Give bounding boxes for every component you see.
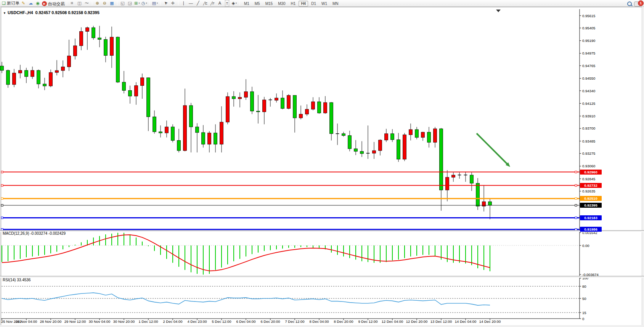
axis-tick-label: 0.93060 bbox=[582, 164, 595, 168]
axis-tick-label: 12 Dec 04:00 bbox=[382, 319, 403, 324]
axis-tick-label: 12 Dec 20:00 bbox=[406, 319, 428, 324]
axis-tick-label: 0.94340 bbox=[582, 89, 595, 93]
axis-tick-label: 0.00 bbox=[582, 244, 589, 248]
axis-tick-label: 50 bbox=[582, 297, 586, 301]
axis-tick-label: 0.92635 bbox=[582, 189, 595, 193]
axis-tick-label: 0.95405 bbox=[582, 26, 595, 30]
axis-tick-label: 0.94975 bbox=[582, 51, 595, 55]
chart-canvas[interactable]: 0.956150.954050.951900.949750.947650.945… bbox=[0, 0, 644, 327]
axis-tick-label: 0.93275 bbox=[582, 151, 595, 155]
axis-tick-label: 9 Dec 12:00 bbox=[358, 319, 377, 324]
price-line-label[interactable]: 0.92732 bbox=[580, 183, 602, 188]
axis-tick-label: 8 Dec 20:00 bbox=[334, 319, 353, 324]
chevron-down-icon[interactable]: ▼ bbox=[3, 11, 6, 15]
axis-tick-label: 0.92845 bbox=[582, 177, 595, 181]
price-line-label[interactable]: 0.91986 bbox=[580, 227, 602, 232]
axis-tick-label: 29 Nov 12:00 bbox=[64, 319, 86, 324]
price-line-label[interactable]: 0.92510 bbox=[580, 196, 602, 201]
axis-tick-label: 14 Dec 04:00 bbox=[455, 319, 477, 324]
axis-tick-label: 4 Dec 23:00 bbox=[187, 319, 207, 324]
axis-tick-label: 0.93485 bbox=[582, 139, 595, 143]
axis-tick-label: 7 Dec 12:00 bbox=[285, 319, 304, 324]
ohlc-values: 0.92457 0.92508 0.92158 0.92395 bbox=[35, 10, 100, 15]
axis-tick-label: 80 bbox=[582, 284, 586, 289]
axis-tick-label: 28 Nov 20:00 bbox=[40, 319, 62, 324]
axis-tick-label: 0 bbox=[582, 317, 584, 321]
axis-tick-label: 13 Dec 12:00 bbox=[430, 319, 452, 324]
current-price-label[interactable]: 0.92395 bbox=[580, 203, 602, 208]
price-line-label[interactable]: 0.92960 bbox=[580, 170, 602, 175]
axis-tick-label: 0.94550 bbox=[582, 76, 595, 80]
axis-tick-label: 2 Dec 04:00 bbox=[163, 319, 182, 324]
pane-splitter-rsi[interactable] bbox=[0, 276, 644, 278]
axis-tick-label: 0.95190 bbox=[582, 38, 595, 43]
macd-indicator-label: MACD(12,26,9) -0.003274 -0.002429 bbox=[3, 231, 66, 236]
price-line-label[interactable]: 0.92183 bbox=[580, 215, 602, 220]
axis-tick-label: 1 Dec 12:00 bbox=[138, 319, 158, 324]
rsi-indicator-label: RSI(14) 33.4536 bbox=[3, 278, 31, 282]
axis-tick-label: 0.93910 bbox=[582, 114, 595, 118]
axis-tick-label: 14 Dec 20:00 bbox=[479, 319, 501, 324]
axis-tick-label: 15 bbox=[582, 311, 586, 315]
axis-tick-label: 0.94765 bbox=[582, 64, 595, 68]
axis-tick-label: 6 Dec 04:00 bbox=[236, 319, 255, 324]
axis-tick-label: 30 Nov 20:00 bbox=[113, 319, 135, 324]
axis-tick-label: 28 Nov 04:00 bbox=[16, 319, 37, 324]
symbol-name: USDCHF-,H4 bbox=[8, 10, 33, 15]
axis-tick-label: 8 Dec 04:00 bbox=[309, 319, 329, 324]
pane-splitter-macd[interactable] bbox=[0, 230, 644, 232]
axis-tick-label: 5 Dec 12:00 bbox=[212, 319, 231, 324]
axis-tick-label: 0.93700 bbox=[582, 126, 595, 130]
chart-title: ▼USDCHF-,H40.92457 0.92508 0.92158 0.923… bbox=[3, 10, 100, 15]
axis-tick-label: 30 Nov 04:00 bbox=[89, 319, 111, 324]
axis-tick-label: 6 Dec 20:00 bbox=[260, 319, 280, 324]
axis-tick-label: 0.95615 bbox=[582, 14, 595, 18]
axis-tick-label: 0.94125 bbox=[582, 101, 595, 106]
